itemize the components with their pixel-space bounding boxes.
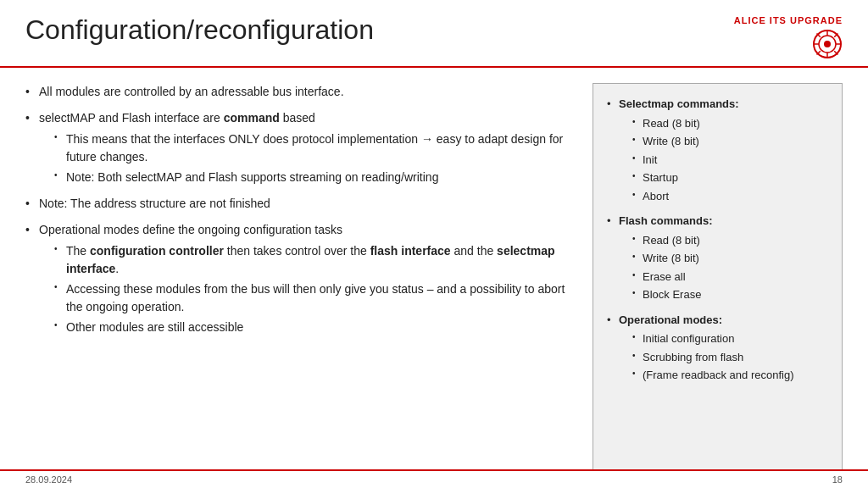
header: Configuration/reconfiguration ALICE ITS …: [0, 0, 868, 59]
sub-text: Accessing these modules from the bus wil…: [66, 282, 565, 313]
bullet-text: Operational modes define the ongoing con…: [39, 223, 342, 236]
logo-text: ALICE ITS UPGRADE: [734, 15, 843, 25]
item-text: (Frame readback and reconfig): [643, 369, 793, 381]
logo-area: ALICE ITS UPGRADE: [734, 15, 843, 59]
list-item: Initial configuration: [632, 330, 828, 347]
list-item: Init: [632, 152, 828, 169]
list-item: The configuration controller then takes …: [54, 242, 576, 278]
bold-text: command: [224, 111, 280, 125]
svg-point-10: [824, 41, 831, 47]
item-text: Erase all: [643, 270, 686, 283]
list-item: Block Erase: [632, 286, 828, 303]
sub-list: Initial configuration Scrubbing from fla…: [619, 330, 828, 384]
footer-date: 28.09.2024: [25, 474, 72, 485]
list-item: Read (8 bit): [632, 232, 828, 249]
section-heading: Flash commands:: [619, 214, 713, 227]
item-text: Startup: [643, 171, 678, 184]
right-section: Flash commands: Read (8 bit) Write (8 bi…: [607, 213, 828, 303]
list-item: Accessing these modules from the bus wil…: [54, 280, 576, 316]
right-list: Selectmap commands: Read (8 bit) Write (…: [607, 96, 828, 384]
right-section: Selectmap commands: Read (8 bit) Write (…: [607, 96, 828, 204]
footer-page: 18: [832, 474, 843, 485]
logo-icon: [812, 29, 843, 59]
item-text: Read (8 bit): [643, 117, 700, 130]
item-text: Abort: [643, 190, 669, 202]
sub-text: This means that the interfaces ONLY does…: [66, 132, 563, 164]
bullet-text: selectMAP and Flash interface are comman…: [39, 111, 315, 125]
list-item: Note: Both selectMAP and Flash supports …: [54, 169, 576, 186]
list-item: Write (8 bit): [632, 250, 828, 267]
list-item: Operational modes define the ongoing con…: [25, 221, 576, 336]
sub-text: Note: Both selectMAP and Flash supports …: [66, 170, 438, 184]
sub-text: The configuration controller then takes …: [66, 244, 555, 275]
section-heading: Operational modes:: [619, 313, 722, 326]
main-list: All modules are controlled by an adressa…: [25, 83, 576, 336]
footer-content: 28.09.2024 18: [0, 471, 868, 488]
list-item: Scrubbing from flash: [632, 349, 828, 366]
sub-text: Other modules are still accessible: [66, 320, 243, 334]
list-item: Read (8 bit): [632, 115, 828, 132]
footer: 28.09.2024 18: [0, 469, 868, 488]
item-text: Scrubbing from flash: [643, 351, 743, 363]
list-item: (Frame readback and reconfig): [632, 367, 828, 384]
left-column: All modules are controlled by an adressa…: [25, 83, 593, 471]
right-column: Selectmap commands: Read (8 bit) Write (…: [593, 83, 843, 471]
bold-text: configuration controller: [90, 244, 224, 258]
sub-list: This means that the interfaces ONLY does…: [39, 130, 576, 186]
sub-list: Read (8 bit) Write (8 bit) Init Startup …: [619, 115, 828, 205]
right-section: Operational modes: Initial configuration…: [607, 312, 828, 384]
list-item: Other modules are still accessible: [54, 319, 576, 336]
list-item: This means that the interfaces ONLY does…: [54, 130, 576, 166]
item-text: Write (8 bit): [643, 252, 699, 264]
list-item: All modules are controlled by an adressa…: [25, 83, 576, 101]
page-title: Configuration/reconfiguration: [25, 15, 374, 45]
bullet-text: All modules are controlled by an adressa…: [39, 85, 344, 98]
bullet-text: Note: The address structure are not fini…: [39, 197, 270, 210]
list-item: Erase all: [632, 269, 828, 286]
item-text: Write (8 bit): [643, 135, 699, 147]
item-text: Block Erase: [643, 288, 701, 301]
sub-list: Read (8 bit) Write (8 bit) Erase all Blo…: [619, 232, 828, 303]
main-content: All modules are controlled by an adressa…: [0, 68, 868, 471]
item-text: Read (8 bit): [643, 234, 700, 247]
sub-list: The configuration controller then takes …: [39, 242, 576, 336]
list-item: Write (8 bit): [632, 133, 828, 150]
bold-text: flash interface: [370, 244, 451, 258]
item-text: Initial configuration: [643, 332, 734, 345]
item-text: Init: [643, 153, 657, 166]
list-item: Startup: [632, 169, 828, 186]
list-item: Note: The address structure are not fini…: [25, 195, 576, 213]
list-item: selectMAP and Flash interface are comman…: [25, 109, 576, 186]
list-item: Abort: [632, 188, 828, 205]
section-heading: Selectmap commands:: [619, 97, 739, 110]
